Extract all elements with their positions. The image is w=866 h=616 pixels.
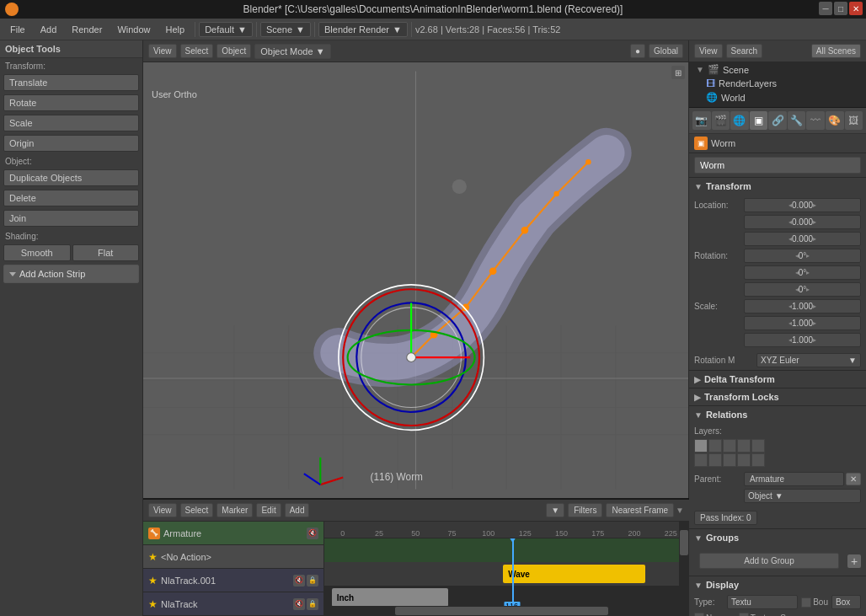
prop-modifiers-icon[interactable]: 🔧 bbox=[788, 111, 806, 130]
layer-5[interactable] bbox=[751, 439, 765, 453]
rotation-x-field[interactable]: ◂0°▸ bbox=[744, 249, 861, 263]
nla-marker-menu[interactable]: Marker bbox=[216, 503, 253, 517]
viewport-3d[interactable]: View Select Object Object Mode ▼ ● Globa… bbox=[143, 40, 689, 498]
add-group-plus[interactable]: + bbox=[847, 554, 861, 568]
rotation-mode-select[interactable]: XYZ Euler ▼ bbox=[756, 353, 861, 367]
menu-help[interactable]: Help bbox=[159, 23, 192, 36]
location-z-field[interactable]: ◂0.000▸ bbox=[744, 232, 861, 246]
menu-render[interactable]: Render bbox=[65, 23, 109, 36]
close-button[interactable]: ✕ bbox=[849, 2, 863, 15]
viewport-global-select[interactable]: Global bbox=[649, 44, 683, 58]
track-main-lock[interactable]: 🔒 bbox=[307, 598, 318, 610]
location-y-field[interactable]: ◂0.000▸ bbox=[744, 215, 861, 229]
nla-edit-menu[interactable]: Edit bbox=[256, 503, 281, 517]
scale-y-field[interactable]: ◂1.000▸ bbox=[744, 316, 861, 330]
menu-file[interactable]: File bbox=[3, 23, 32, 36]
rotation-y-field[interactable]: ◂0°▸ bbox=[744, 265, 861, 280]
wave-strip[interactable]: Wave bbox=[503, 565, 645, 583]
box-select[interactable]: Box bbox=[831, 595, 861, 609]
viewport-menu-object[interactable]: Object bbox=[216, 44, 251, 58]
nearest-frame-selector[interactable]: Nearest Frame ▼ bbox=[606, 503, 684, 517]
outliner-scene[interactable]: ▼ 🎬 Scene bbox=[689, 62, 866, 77]
name-checkbox[interactable] bbox=[694, 613, 704, 616]
display-type-select[interactable]: Textu bbox=[727, 595, 798, 609]
prop-object-icon[interactable]: ▣ bbox=[750, 111, 768, 130]
outliner-search[interactable]: Search bbox=[726, 44, 763, 58]
nearest-frame-btn[interactable]: Nearest Frame bbox=[606, 503, 674, 517]
smooth-button[interactable]: Smooth bbox=[3, 244, 71, 261]
menu-add[interactable]: Add bbox=[34, 23, 64, 36]
minimize-button[interactable]: ─ bbox=[819, 2, 832, 15]
renderer-selector[interactable]: Blender Render ▼ bbox=[318, 22, 408, 37]
transform-locks-section[interactable]: ▶ Transform Locks bbox=[689, 388, 866, 405]
mute-icon[interactable]: 🔇 bbox=[307, 528, 318, 539]
scene-selector[interactable]: Scene ▼ bbox=[260, 22, 311, 37]
layer-1[interactable] bbox=[694, 439, 708, 453]
nla-filter-btn[interactable]: ▼ bbox=[546, 503, 564, 517]
object-name-field[interactable]: Worm bbox=[694, 157, 861, 174]
prop-world-icon[interactable]: 🌐 bbox=[730, 111, 749, 130]
prop-material-icon[interactable]: 🎨 bbox=[826, 111, 844, 130]
nla-scrollbar-thumb[interactable] bbox=[680, 530, 688, 555]
scale-x-field[interactable]: ◂1.000▸ bbox=[744, 299, 861, 313]
display-section[interactable]: ▼ Display bbox=[689, 576, 866, 593]
parent-type-select[interactable]: Object ▼ bbox=[744, 489, 861, 503]
delta-transform-section[interactable]: ▶ Delta Transform bbox=[689, 370, 866, 388]
track-main-mute[interactable]: 🔇 bbox=[293, 598, 305, 610]
layer-9[interactable] bbox=[737, 453, 751, 467]
nla-add-menu[interactable]: Add bbox=[285, 503, 310, 517]
flat-button[interactable]: Flat bbox=[72, 244, 140, 261]
parent-input[interactable]: Armature bbox=[744, 472, 844, 486]
parent-clear-btn[interactable]: ✕ bbox=[846, 473, 861, 485]
add-to-group-btn[interactable]: Add to Group bbox=[699, 553, 839, 569]
prop-data-icon[interactable]: 〰 bbox=[806, 111, 825, 130]
nla-scrollbar-h-thumb[interactable] bbox=[395, 607, 608, 615]
menu-window[interactable]: Window bbox=[110, 23, 157, 36]
transform-section[interactable]: ▼ Transform bbox=[689, 177, 866, 195]
layer-2[interactable] bbox=[708, 439, 722, 453]
outliner-view[interactable]: View bbox=[694, 44, 723, 58]
rotation-z-field[interactable]: ◂0°▸ bbox=[744, 282, 861, 297]
add-action-strip-button[interactable]: Add Action Strip bbox=[3, 265, 139, 283]
scale-button[interactable]: Scale bbox=[3, 115, 139, 131]
filters-button[interactable]: Filters bbox=[568, 503, 602, 517]
pass-index-field[interactable]: Pass Index: 0 bbox=[694, 511, 757, 525]
relations-section[interactable]: ▼ Relations bbox=[689, 405, 866, 423]
maximize-button[interactable]: □ bbox=[834, 2, 847, 15]
duplicate-objects-button[interactable]: Duplicate Objects bbox=[3, 169, 139, 186]
outliner-render-layers[interactable]: 🎞 RenderLayers bbox=[689, 77, 866, 90]
nla-view-menu[interactable]: View bbox=[148, 503, 177, 517]
bou-checkbox[interactable] bbox=[801, 597, 811, 608]
track-mute-icon[interactable]: 🔇 bbox=[293, 575, 305, 587]
texture-space-checkbox[interactable] bbox=[739, 613, 749, 616]
viewport-menu-view[interactable]: View bbox=[148, 44, 177, 58]
track-lock-icon[interactable]: 🔒 bbox=[307, 575, 318, 587]
layer-8[interactable] bbox=[723, 453, 736, 467]
prop-texture-icon[interactable]: 🖼 bbox=[845, 111, 863, 130]
layer-4[interactable] bbox=[737, 439, 751, 453]
all-scenes-tab[interactable]: All Scenes bbox=[811, 44, 861, 58]
join-button[interactable]: Join bbox=[3, 210, 139, 227]
screen-selector[interactable]: Default ▼ bbox=[199, 22, 253, 37]
viewport-menu-select[interactable]: Select bbox=[180, 44, 214, 58]
delete-button[interactable]: Delete bbox=[3, 190, 139, 206]
inch-strip[interactable]: Inch bbox=[332, 588, 449, 607]
prop-render-icon[interactable]: 📷 bbox=[692, 111, 711, 130]
layer-3[interactable] bbox=[723, 439, 736, 453]
scale-z-field[interactable]: ◂1.000▸ bbox=[744, 333, 861, 347]
rotate-button[interactable]: Rotate bbox=[3, 94, 139, 111]
prop-scene-icon[interactable]: 🎬 bbox=[712, 111, 730, 130]
layer-6[interactable] bbox=[694, 453, 708, 467]
translate-button[interactable]: Translate bbox=[3, 74, 139, 91]
outliner-world[interactable]: 🌐 World bbox=[689, 90, 866, 104]
groups-section[interactable]: ▼ Groups bbox=[689, 528, 866, 546]
object-mode-select[interactable]: Object Mode ▼ bbox=[254, 44, 330, 59]
nla-select-menu[interactable]: Select bbox=[180, 503, 214, 517]
nla-scrollbar-v[interactable] bbox=[679, 522, 689, 616]
viewport-shading-btn[interactable]: ● bbox=[630, 44, 645, 58]
prop-constraints-icon[interactable]: 🔗 bbox=[768, 111, 787, 130]
viewport-canvas[interactable]: User Ortho bbox=[143, 62, 688, 498]
layer-10[interactable] bbox=[751, 453, 765, 467]
layer-7[interactable] bbox=[708, 453, 722, 467]
location-x-field[interactable]: ◂0.000▸ bbox=[744, 198, 861, 212]
